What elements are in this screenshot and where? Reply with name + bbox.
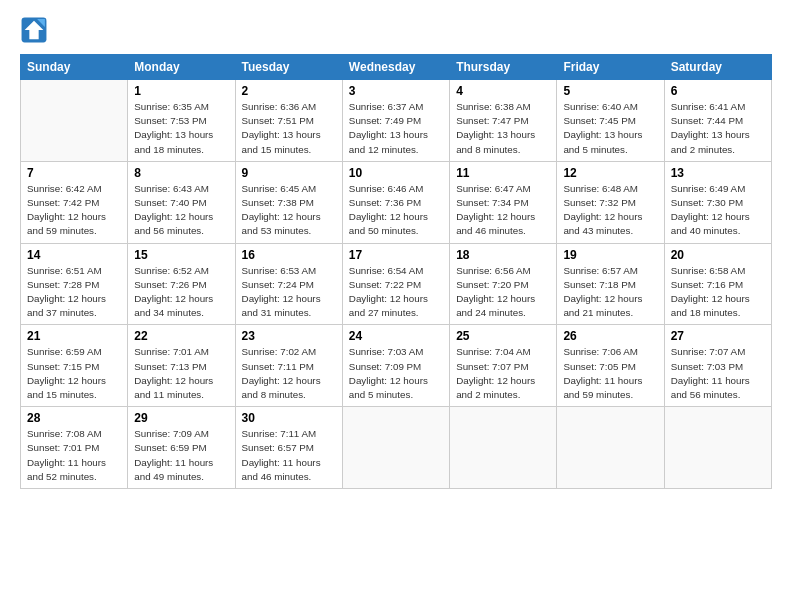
day-number: 4: [456, 84, 550, 98]
day-number: 12: [563, 166, 657, 180]
calendar-cell: 21Sunrise: 6:59 AM Sunset: 7:15 PM Dayli…: [21, 325, 128, 407]
day-number: 11: [456, 166, 550, 180]
day-info: Sunrise: 6:36 AM Sunset: 7:51 PM Dayligh…: [242, 100, 336, 157]
calendar-cell: [557, 407, 664, 489]
day-number: 21: [27, 329, 121, 343]
day-info: Sunrise: 6:58 AM Sunset: 7:16 PM Dayligh…: [671, 264, 765, 321]
day-info: Sunrise: 6:53 AM Sunset: 7:24 PM Dayligh…: [242, 264, 336, 321]
day-info: Sunrise: 7:06 AM Sunset: 7:05 PM Dayligh…: [563, 345, 657, 402]
day-info: Sunrise: 6:57 AM Sunset: 7:18 PM Dayligh…: [563, 264, 657, 321]
day-number: 6: [671, 84, 765, 98]
calendar-cell: 27Sunrise: 7:07 AM Sunset: 7:03 PM Dayli…: [664, 325, 771, 407]
day-number: 28: [27, 411, 121, 425]
day-info: Sunrise: 6:59 AM Sunset: 7:15 PM Dayligh…: [27, 345, 121, 402]
calendar-table: SundayMondayTuesdayWednesdayThursdayFrid…: [20, 54, 772, 489]
calendar-cell: 2Sunrise: 6:36 AM Sunset: 7:51 PM Daylig…: [235, 80, 342, 162]
calendar-cell: 22Sunrise: 7:01 AM Sunset: 7:13 PM Dayli…: [128, 325, 235, 407]
day-header-wednesday: Wednesday: [342, 55, 449, 80]
day-number: 25: [456, 329, 550, 343]
calendar-cell: 17Sunrise: 6:54 AM Sunset: 7:22 PM Dayli…: [342, 243, 449, 325]
calendar-cell: 4Sunrise: 6:38 AM Sunset: 7:47 PM Daylig…: [450, 80, 557, 162]
calendar-cell: 9Sunrise: 6:45 AM Sunset: 7:38 PM Daylig…: [235, 161, 342, 243]
calendar-cell: 10Sunrise: 6:46 AM Sunset: 7:36 PM Dayli…: [342, 161, 449, 243]
calendar-cell: 13Sunrise: 6:49 AM Sunset: 7:30 PM Dayli…: [664, 161, 771, 243]
calendar-cell: 25Sunrise: 7:04 AM Sunset: 7:07 PM Dayli…: [450, 325, 557, 407]
calendar-cell: 23Sunrise: 7:02 AM Sunset: 7:11 PM Dayli…: [235, 325, 342, 407]
day-info: Sunrise: 7:07 AM Sunset: 7:03 PM Dayligh…: [671, 345, 765, 402]
day-header-sunday: Sunday: [21, 55, 128, 80]
calendar-cell: 11Sunrise: 6:47 AM Sunset: 7:34 PM Dayli…: [450, 161, 557, 243]
day-info: Sunrise: 7:03 AM Sunset: 7:09 PM Dayligh…: [349, 345, 443, 402]
day-info: Sunrise: 6:41 AM Sunset: 7:44 PM Dayligh…: [671, 100, 765, 157]
calendar-cell: 15Sunrise: 6:52 AM Sunset: 7:26 PM Dayli…: [128, 243, 235, 325]
day-number: 1: [134, 84, 228, 98]
day-info: Sunrise: 7:09 AM Sunset: 6:59 PM Dayligh…: [134, 427, 228, 484]
calendar-header-row: SundayMondayTuesdayWednesdayThursdayFrid…: [21, 55, 772, 80]
calendar-cell: 1Sunrise: 6:35 AM Sunset: 7:53 PM Daylig…: [128, 80, 235, 162]
day-header-thursday: Thursday: [450, 55, 557, 80]
day-info: Sunrise: 7:01 AM Sunset: 7:13 PM Dayligh…: [134, 345, 228, 402]
calendar-cell: 14Sunrise: 6:51 AM Sunset: 7:28 PM Dayli…: [21, 243, 128, 325]
day-info: Sunrise: 6:47 AM Sunset: 7:34 PM Dayligh…: [456, 182, 550, 239]
calendar-cell: 29Sunrise: 7:09 AM Sunset: 6:59 PM Dayli…: [128, 407, 235, 489]
day-number: 17: [349, 248, 443, 262]
day-info: Sunrise: 6:37 AM Sunset: 7:49 PM Dayligh…: [349, 100, 443, 157]
day-info: Sunrise: 6:54 AM Sunset: 7:22 PM Dayligh…: [349, 264, 443, 321]
day-number: 22: [134, 329, 228, 343]
day-info: Sunrise: 6:35 AM Sunset: 7:53 PM Dayligh…: [134, 100, 228, 157]
calendar-cell: 26Sunrise: 7:06 AM Sunset: 7:05 PM Dayli…: [557, 325, 664, 407]
calendar-cell: 24Sunrise: 7:03 AM Sunset: 7:09 PM Dayli…: [342, 325, 449, 407]
calendar-cell: 30Sunrise: 7:11 AM Sunset: 6:57 PM Dayli…: [235, 407, 342, 489]
day-info: Sunrise: 6:43 AM Sunset: 7:40 PM Dayligh…: [134, 182, 228, 239]
day-number: 10: [349, 166, 443, 180]
day-number: 24: [349, 329, 443, 343]
day-info: Sunrise: 6:48 AM Sunset: 7:32 PM Dayligh…: [563, 182, 657, 239]
day-number: 19: [563, 248, 657, 262]
day-number: 30: [242, 411, 336, 425]
day-info: Sunrise: 7:08 AM Sunset: 7:01 PM Dayligh…: [27, 427, 121, 484]
day-header-monday: Monday: [128, 55, 235, 80]
calendar-cell: 6Sunrise: 6:41 AM Sunset: 7:44 PM Daylig…: [664, 80, 771, 162]
day-number: 7: [27, 166, 121, 180]
day-info: Sunrise: 6:49 AM Sunset: 7:30 PM Dayligh…: [671, 182, 765, 239]
calendar-cell: 28Sunrise: 7:08 AM Sunset: 7:01 PM Dayli…: [21, 407, 128, 489]
day-number: 20: [671, 248, 765, 262]
day-info: Sunrise: 6:40 AM Sunset: 7:45 PM Dayligh…: [563, 100, 657, 157]
calendar-cell: [664, 407, 771, 489]
day-number: 29: [134, 411, 228, 425]
day-number: 16: [242, 248, 336, 262]
day-number: 5: [563, 84, 657, 98]
calendar-week-5: 28Sunrise: 7:08 AM Sunset: 7:01 PM Dayli…: [21, 407, 772, 489]
calendar-cell: [21, 80, 128, 162]
day-header-tuesday: Tuesday: [235, 55, 342, 80]
day-info: Sunrise: 6:52 AM Sunset: 7:26 PM Dayligh…: [134, 264, 228, 321]
calendar-week-2: 7Sunrise: 6:42 AM Sunset: 7:42 PM Daylig…: [21, 161, 772, 243]
day-info: Sunrise: 7:04 AM Sunset: 7:07 PM Dayligh…: [456, 345, 550, 402]
day-number: 2: [242, 84, 336, 98]
day-info: Sunrise: 7:11 AM Sunset: 6:57 PM Dayligh…: [242, 427, 336, 484]
day-number: 14: [27, 248, 121, 262]
calendar-cell: 16Sunrise: 6:53 AM Sunset: 7:24 PM Dayli…: [235, 243, 342, 325]
day-number: 27: [671, 329, 765, 343]
day-number: 3: [349, 84, 443, 98]
calendar-cell: 7Sunrise: 6:42 AM Sunset: 7:42 PM Daylig…: [21, 161, 128, 243]
day-info: Sunrise: 6:42 AM Sunset: 7:42 PM Dayligh…: [27, 182, 121, 239]
day-info: Sunrise: 6:45 AM Sunset: 7:38 PM Dayligh…: [242, 182, 336, 239]
calendar-week-3: 14Sunrise: 6:51 AM Sunset: 7:28 PM Dayli…: [21, 243, 772, 325]
calendar-cell: 5Sunrise: 6:40 AM Sunset: 7:45 PM Daylig…: [557, 80, 664, 162]
day-number: 18: [456, 248, 550, 262]
logo: [20, 16, 52, 44]
day-header-friday: Friday: [557, 55, 664, 80]
day-info: Sunrise: 6:38 AM Sunset: 7:47 PM Dayligh…: [456, 100, 550, 157]
calendar-cell: 8Sunrise: 6:43 AM Sunset: 7:40 PM Daylig…: [128, 161, 235, 243]
day-number: 8: [134, 166, 228, 180]
calendar-week-1: 1Sunrise: 6:35 AM Sunset: 7:53 PM Daylig…: [21, 80, 772, 162]
day-number: 15: [134, 248, 228, 262]
calendar-cell: [342, 407, 449, 489]
day-number: 23: [242, 329, 336, 343]
calendar-cell: 19Sunrise: 6:57 AM Sunset: 7:18 PM Dayli…: [557, 243, 664, 325]
page-header: [20, 16, 772, 44]
day-info: Sunrise: 7:02 AM Sunset: 7:11 PM Dayligh…: [242, 345, 336, 402]
day-number: 9: [242, 166, 336, 180]
day-number: 13: [671, 166, 765, 180]
